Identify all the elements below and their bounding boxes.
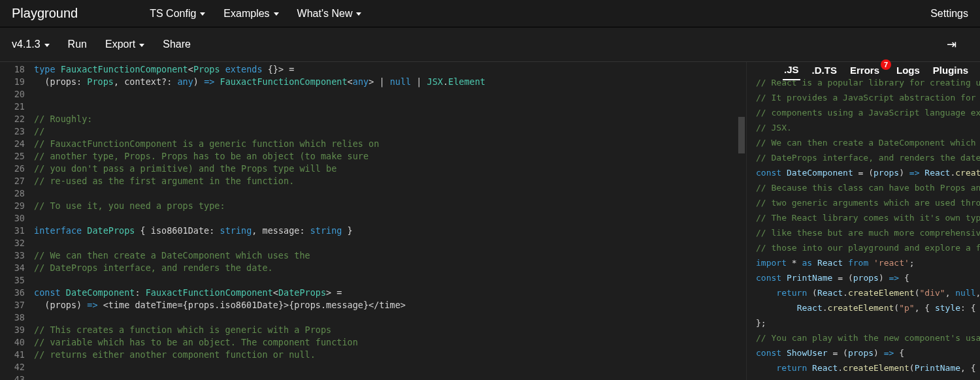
topbar: Playground TS Config Examples What's New… xyxy=(0,0,980,27)
caret-icon xyxy=(44,44,50,47)
caret-icon xyxy=(356,12,361,16)
tsconfig-menu[interactable]: TS Config xyxy=(150,8,205,20)
export-menu[interactable]: Export xyxy=(105,39,144,50)
editor-code[interactable]: type FauxactFunctionComponent<Props exte… xyxy=(34,62,746,380)
examples-label: Examples xyxy=(223,8,269,20)
secondbar: v4.1.3 Run Export Share ⇥ .JS .D.TS Erro… xyxy=(0,27,980,61)
caret-icon xyxy=(274,12,279,16)
version-label: v4.1.3 xyxy=(12,39,41,50)
settings-link[interactable]: Settings xyxy=(930,8,968,20)
content-split: 1819202122232425262728293031323334353637… xyxy=(0,61,980,380)
brand: Playground xyxy=(12,6,78,21)
whatsnew-label: What's New xyxy=(297,8,353,20)
tab-dts[interactable]: .D.TS xyxy=(811,61,838,80)
tab-js[interactable]: .JS xyxy=(783,60,800,80)
output-pane[interactable]: // React is a popular library for creati… xyxy=(747,62,980,380)
tab-errors-label: Errors xyxy=(850,65,879,76)
run-to-end-icon[interactable]: ⇥ xyxy=(947,37,955,52)
editor-pane[interactable]: 1819202122232425262728293031323334353637… xyxy=(0,62,747,380)
examples-menu[interactable]: Examples xyxy=(223,8,278,20)
share-button[interactable]: Share xyxy=(163,39,191,50)
caret-icon xyxy=(139,44,144,47)
output-tabs: .JS .D.TS Errors7 Logs Plugins xyxy=(783,60,970,80)
whatsnew-menu[interactable]: What's New xyxy=(297,8,362,20)
export-label: Export xyxy=(105,39,135,50)
tab-logs[interactable]: Logs xyxy=(895,61,921,80)
version-menu[interactable]: v4.1.3 xyxy=(12,39,50,50)
tab-errors[interactable]: Errors7 xyxy=(849,61,885,80)
run-button[interactable]: Run xyxy=(68,39,87,50)
tsconfig-label: TS Config xyxy=(150,8,196,20)
caret-icon xyxy=(200,12,205,16)
errors-badge: 7 xyxy=(881,59,891,70)
scrollbar-thumb[interactable] xyxy=(738,117,745,153)
tab-plugins[interactable]: Plugins xyxy=(932,61,970,80)
line-numbers: 1819202122232425262728293031323334353637… xyxy=(0,62,34,380)
